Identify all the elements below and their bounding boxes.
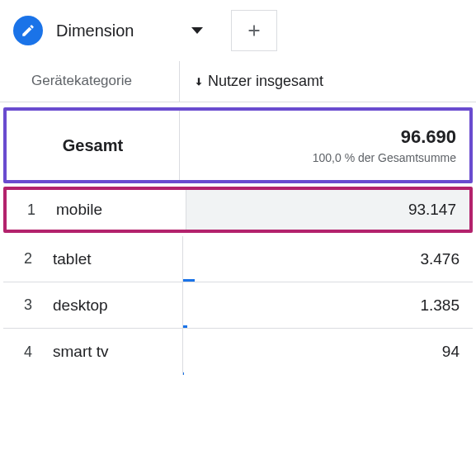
- chevron-down-icon: [191, 27, 203, 34]
- totals-label-cell: Gesamt: [7, 111, 180, 180]
- row-value: 93.147: [186, 190, 469, 230]
- value-bar: [183, 372, 473, 375]
- value-bar: [183, 325, 473, 328]
- totals-value: 96.690: [401, 126, 456, 148]
- table-row[interactable]: 4 smart tv 94: [3, 329, 473, 375]
- metric-header-text: Nutzer insgesamt: [208, 73, 323, 90]
- dimension-dropdown[interactable]: [191, 27, 203, 34]
- totals-row: Gesamt 96.690 100,0 % der Gesamtsumme: [3, 107, 473, 183]
- row-index: 2: [3, 236, 53, 282]
- add-dimension-button[interactable]: [231, 10, 277, 51]
- table-row[interactable]: 2 tablet 3.476: [3, 236, 473, 282]
- row-category: mobile: [56, 190, 186, 230]
- column-header-category[interactable]: Gerätekategorie: [0, 61, 180, 102]
- table-row[interactable]: 1 mobile 93.147: [3, 187, 473, 233]
- row-value: 94: [183, 329, 473, 375]
- plus-icon: [245, 21, 263, 40]
- row-category: desktop: [53, 282, 183, 328]
- value-bar: [183, 279, 473, 282]
- row-value: 3.476: [183, 236, 473, 282]
- pencil-icon: [21, 23, 35, 38]
- totals-value-cell: 96.690 100,0 % der Gesamtsumme: [180, 111, 469, 180]
- edit-dimension-button[interactable]: [13, 16, 43, 45]
- sort-descending-icon: [193, 76, 205, 88]
- header-bar: Dimension: [0, 0, 476, 61]
- dimension-label: Dimension: [56, 21, 134, 40]
- column-header-metric[interactable]: Nutzer insgesamt: [180, 61, 476, 102]
- totals-label: Gesamt: [63, 136, 123, 155]
- totals-subtext: 100,0 % der Gesamtsumme: [313, 151, 456, 164]
- row-index: 4: [3, 329, 53, 375]
- row-value: 1.385: [183, 282, 473, 328]
- table-row[interactable]: 3 desktop 1.385: [3, 282, 473, 329]
- column-header-row: Gerätekategorie Nutzer insgesamt: [0, 61, 476, 102]
- row-index: 1: [7, 190, 56, 230]
- row-index: 3: [3, 282, 53, 328]
- row-category: tablet: [53, 236, 183, 282]
- row-category: smart tv: [53, 329, 183, 375]
